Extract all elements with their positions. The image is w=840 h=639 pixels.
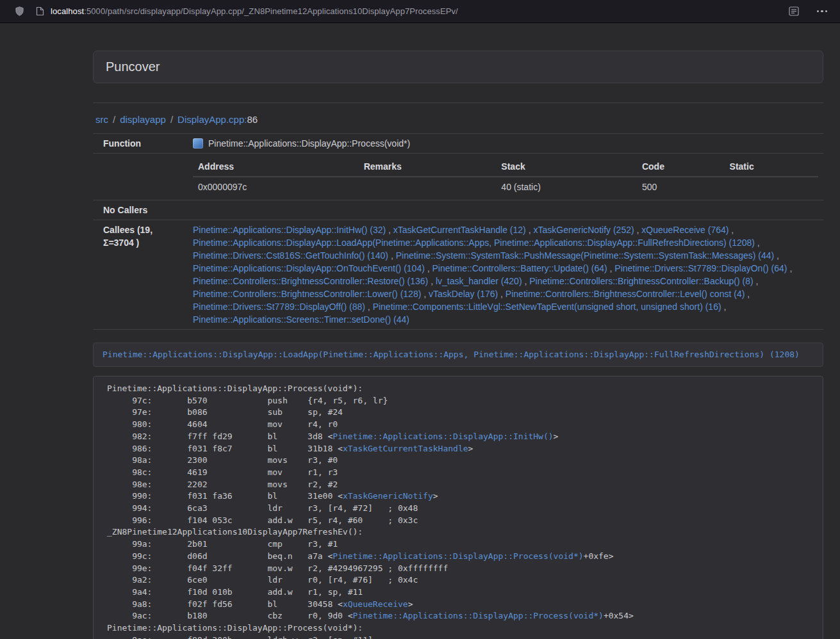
callee-link[interactable]: Pinetime::Controllers::BrightnessControl… — [506, 289, 745, 299]
callee-separator: , — [421, 289, 429, 299]
callee-link[interactable]: Pinetime::Drivers::St7789::DisplayOff() … — [193, 302, 365, 312]
stats-stack-value: 40 (static) — [496, 177, 637, 197]
breadcrumb-separator: / — [170, 114, 173, 125]
stats-header-address: Address — [193, 157, 359, 177]
function-row: Function Pinetime::Applications::Display… — [93, 134, 823, 154]
no-callers-row: No Callers — [93, 200, 823, 220]
callee-separator: , — [634, 225, 642, 235]
callee-link[interactable]: Pinetime::Drivers::St7789::DisplayOn() (… — [614, 263, 787, 273]
app-title[interactable]: Puncover — [106, 60, 160, 74]
stats-remarks-value — [359, 177, 497, 197]
callee-link[interactable]: Pinetime::Controllers::BrightnessControl… — [193, 289, 421, 299]
breadcrumb-link-displayapp[interactable]: displayapp — [120, 114, 166, 125]
stats-header-code: Code — [637, 157, 725, 177]
url-host: localhost — [51, 6, 84, 16]
callee-link[interactable]: Pinetime::Drivers::Cst816S::GetTouchInfo… — [193, 250, 388, 261]
url-bar[interactable]: localhost:5000/path/src/displayapp/Displ… — [36, 6, 778, 16]
callee-separator: , — [774, 250, 779, 261]
main-content: Puncover src/displayapp/DisplayApp.cpp:8… — [93, 51, 823, 639]
browser-chrome: localhost:5000/path/src/displayapp/Displ… — [0, 0, 840, 23]
callee-link[interactable]: Pinetime::Applications::DisplayApp::Init… — [193, 225, 386, 235]
shield-icon[interactable] — [14, 6, 25, 17]
callee-separator: , — [754, 276, 759, 286]
breadcrumb-line-number: 86 — [247, 114, 258, 125]
stats-header-remarks: Remarks — [359, 157, 497, 177]
callee-link[interactable]: xTaskGenericNotify (252) — [533, 225, 634, 235]
method-icon — [193, 138, 203, 149]
chrome-actions — [789, 6, 830, 16]
breadcrumb-separator: / — [113, 114, 115, 125]
stats-value-row: 0x0000097c 40 (static) 500 — [193, 177, 818, 197]
code-symbol-link[interactable]: Pinetime::Applications::DisplayApp::Proc… — [353, 611, 604, 620]
stats-row: Address Remarks Stack Code Static 0x0000… — [93, 154, 823, 200]
callee-link[interactable]: Pinetime::Controllers::Battery::Update()… — [432, 263, 607, 273]
callee-separator: , — [386, 225, 393, 235]
disassembly-code: Pinetime::Applications::DisplayApp::Proc… — [93, 376, 823, 639]
callee-separator: , — [498, 289, 506, 299]
app-title-panel: Puncover — [93, 51, 823, 83]
callee-link[interactable]: xTaskGetCurrentTaskHandle (12) — [393, 225, 526, 235]
callees-row: Callees (19, Σ=3704 ) Pinetime::Applicat… — [93, 220, 823, 330]
callee-link[interactable]: lv_task_handler (420) — [436, 276, 522, 286]
callee-link[interactable]: Pinetime::Controllers::BrightnessControl… — [529, 276, 753, 286]
callee-separator: , — [428, 276, 436, 286]
callee-separator: , — [729, 225, 734, 235]
callees-label: Callees (19, Σ=3704 ) — [93, 220, 188, 330]
callee-separator: , — [745, 289, 750, 299]
callee-separator: , — [526, 225, 534, 235]
stats-header-static: Static — [725, 157, 818, 177]
breadcrumb-link-src[interactable]: src — [95, 114, 108, 125]
stats-address-value: 0x0000097c — [193, 177, 359, 197]
function-label: Function — [93, 134, 188, 154]
breadcrumb-link-file[interactable]: DisplayApp.cpp: — [177, 114, 247, 125]
callee-separator: , — [425, 263, 432, 273]
code-symbol-link[interactable]: xQueueReceive — [343, 599, 408, 609]
overflow-menu-icon[interactable] — [816, 8, 829, 15]
callee-separator: , — [755, 238, 760, 248]
callee-link[interactable]: xQueueReceive (764) — [641, 225, 729, 235]
callee-link[interactable]: Pinetime::Components::LittleVgl::SetNewT… — [373, 302, 721, 312]
callee-separator: , — [607, 263, 615, 273]
breadcrumb: src/displayapp/DisplayApp.cpp:86 — [93, 103, 823, 133]
url-path: :5000/path/src/displayapp/DisplayApp.cpp… — [84, 6, 458, 16]
callee-link[interactable]: Pinetime::System::SystemTask::PushMessag… — [396, 250, 775, 261]
stats-row-spacer — [93, 154, 188, 200]
callee-separator: , — [721, 302, 727, 312]
code-symbol-link[interactable]: Pinetime::Applications::DisplayApp::Init… — [333, 432, 553, 441]
callee-separator: , — [365, 302, 373, 312]
callee-link[interactable]: Pinetime::Applications::DisplayApp::OnTo… — [193, 263, 425, 273]
callee-link[interactable]: vTaskDelay (176) — [429, 289, 498, 299]
stats-header-row: Address Remarks Stack Code Static — [193, 157, 818, 177]
no-callers-label: No Callers — [93, 200, 188, 220]
stats-table: Address Remarks Stack Code Static 0x0000… — [193, 157, 818, 197]
function-name: Pinetime::Applications::DisplayApp::Proc… — [208, 137, 410, 150]
code-symbol-link[interactable]: xTaskGetCurrentTaskHandle — [343, 444, 468, 453]
code-symbol-link[interactable]: Pinetime::Applications::DisplayApp::Proc… — [333, 551, 583, 561]
callee-separator: , — [787, 263, 793, 273]
stats-static-value — [725, 177, 818, 197]
url-text: localhost:5000/path/src/displayapp/Displ… — [51, 6, 458, 16]
stats-header-stack: Stack — [496, 157, 637, 177]
function-table: Function Pinetime::Applications::Display… — [93, 133, 823, 330]
callee-link[interactable]: Pinetime::Applications::DisplayApp::Load… — [193, 238, 755, 248]
callee-link[interactable]: Pinetime::Controllers::BrightnessControl… — [193, 276, 428, 286]
symbol-panel-link[interactable]: Pinetime::Applications::DisplayApp::Load… — [103, 350, 800, 359]
code-symbol-link[interactable]: xTaskGenericNotify — [343, 491, 433, 501]
stats-code-value: 500 — [637, 177, 725, 197]
symbol-panel: Pinetime::Applications::DisplayApp::Load… — [93, 343, 823, 367]
callee-separator: , — [388, 250, 396, 261]
page-icon — [36, 6, 44, 16]
callee-separator: , — [522, 276, 530, 286]
callees-list: Pinetime::Applications::DisplayApp::Init… — [193, 223, 818, 326]
callee-link[interactable]: Pinetime::Applications::Screens::Timer::… — [193, 314, 409, 325]
reader-view-icon[interactable] — [789, 6, 799, 16]
